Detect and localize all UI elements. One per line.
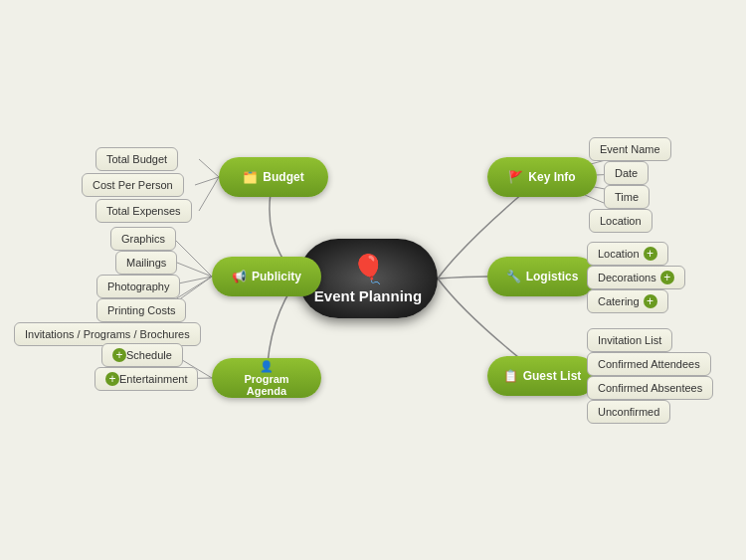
guestlist-branch-node[interactable]: 📋 Guest List [487,356,597,396]
svg-line-3 [174,239,212,277]
budget-leaf-cost-per-person[interactable]: Cost Per Person [82,173,184,197]
budget-icon: 🗂️ [243,170,258,184]
guestlist-leaf-unconfirmed[interactable]: Unconfirmed [587,400,670,424]
location-plus[interactable]: + [644,247,657,261]
keyinfo-leaf-location[interactable]: Location [589,209,653,233]
svg-line-0 [199,159,219,177]
keyinfo-leaf-time[interactable]: Time [604,185,650,209]
keyinfo-leaf-date[interactable]: Date [604,161,649,185]
catering-plus[interactable]: + [644,294,657,308]
svg-line-2 [199,177,219,211]
svg-line-4 [177,263,212,277]
guestlist-leaf-confirmed-absentees[interactable]: Confirmed Absentees [587,376,713,400]
program-label: ProgramAgenda [244,373,288,397]
schedule-plus[interactable]: + [112,348,126,362]
guestlist-icon: 📋 [503,369,518,383]
program-icon: 👤 [260,360,274,373]
budget-label: Budget [263,170,303,184]
publicity-leaf-printing[interactable]: Printing Costs [96,298,186,322]
logistics-leaf-catering[interactable]: Catering + [587,289,668,313]
center-icon: 🎈 [351,253,386,285]
publicity-leaf-graphics[interactable]: Graphics [110,227,176,251]
keyinfo-label: Key Info [528,170,575,184]
keyinfo-branch-node[interactable]: 🚩 Key Info [487,157,597,197]
program-leaf-entertainment[interactable]: + Entertainment [94,367,198,391]
entertainment-plus[interactable]: + [105,372,119,386]
budget-branch-node[interactable]: 🗂️ Budget [219,157,328,197]
logistics-icon: 🔧 [506,270,521,283]
logistics-branch-node[interactable]: 🔧 Logistics [487,257,597,296]
program-leaf-schedule[interactable]: + Schedule [101,343,183,367]
publicity-leaf-photography[interactable]: Photography [96,275,180,298]
logistics-label: Logistics [526,270,579,283]
publicity-leaf-mailings[interactable]: Mailings [115,251,177,275]
budget-leaf-total-expenses[interactable]: Total Expenses [95,199,192,223]
center-label: Event Planning [314,287,422,304]
publicity-branch-node[interactable]: 📢 Publicity [212,257,321,296]
guestlist-leaf-confirmed-attendees[interactable]: Confirmed Attendees [587,352,711,376]
guestlist-leaf-invitation[interactable]: Invitation List [587,328,672,352]
logistics-leaf-decorations[interactable]: Decorations + [587,266,685,289]
decorations-plus[interactable]: + [660,271,674,284]
publicity-icon: 📢 [232,270,247,283]
keyinfo-icon: 🚩 [508,170,523,184]
publicity-label: Publicity [252,270,301,283]
guestlist-label: Guest List [523,369,582,383]
svg-line-1 [195,177,219,185]
keyinfo-leaf-eventname[interactable]: Event Name [589,137,671,161]
budget-leaf-total-budget[interactable]: Total Budget [95,147,178,171]
logistics-leaf-location[interactable]: Location + [587,242,668,266]
program-branch-node[interactable]: 👤 ProgramAgenda [212,358,321,398]
